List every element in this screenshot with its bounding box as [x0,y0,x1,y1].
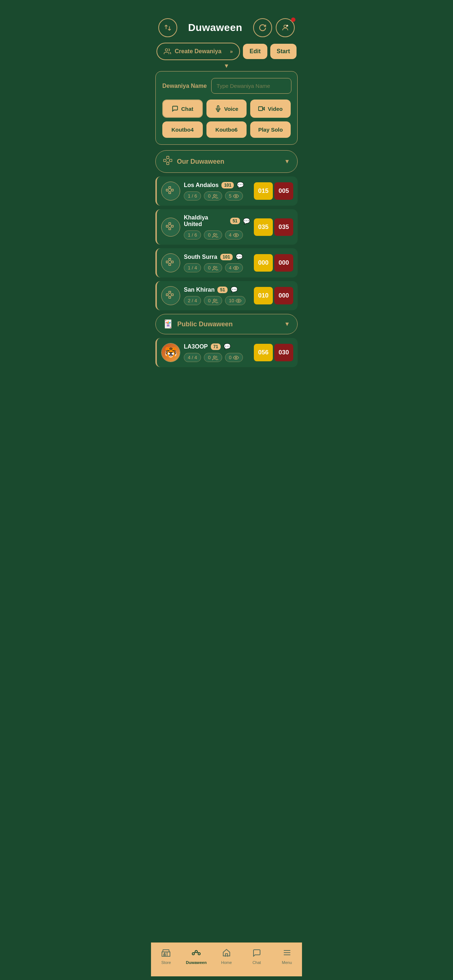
svg-rect-45 [171,294,173,296]
option-koutbo6[interactable]: Koutbo6 [206,121,247,138]
svg-point-2 [165,49,168,51]
option-chat[interactable]: Chat [162,100,203,118]
room-avatar-khaldiya [161,218,180,237]
svg-rect-6 [164,159,166,162]
chat-icon: 💬 [223,343,231,350]
swap-button[interactable] [158,18,177,37]
watchers-stat: 4 [225,231,243,240]
players-stat: 1 / 4 [184,263,201,272]
room-name-row: South Surra 101 💬 [184,253,250,260]
store-icon [161,949,170,959]
nav-duwaween[interactable]: Duwaween [181,947,212,966]
svg-line-59 [194,952,195,953]
svg-point-31 [214,233,215,235]
room-name-row: Khaldiya United 51 💬 [184,215,250,228]
room-stats: 1 / 6 0 5 [184,191,250,200]
svg-rect-16 [169,192,171,194]
chat-nav-icon [252,949,261,959]
spectators-stat: 0 [204,231,222,240]
game-options-grid: Chat Voice Video Koutbo4 Koutbo6 [162,100,291,138]
svg-rect-15 [171,189,173,191]
players-stat: 1 / 6 [184,231,201,240]
start-button[interactable]: Start [270,44,297,59]
header: Duwaween [151,0,302,43]
duwaween-icon [191,949,201,959]
nav-store[interactable]: Store [151,947,181,966]
room-name-row: San Khiran 51 💬 [184,286,250,293]
svg-rect-7 [170,159,172,162]
svg-rect-26 [169,228,171,229]
app-title: Duwaween [188,22,242,33]
svg-rect-34 [166,261,168,263]
watchers-stat: 0 [225,353,243,362]
svg-rect-5 [167,156,169,159]
nav-chat[interactable]: Chat [241,947,272,966]
svg-rect-35 [171,261,173,263]
room-name-row: LA3OOP 71 💬 [184,343,250,350]
watchers-stat: 5 [225,191,243,200]
room-card-south-surra[interactable]: South Surra 101 💬 1 / 4 0 4 [155,248,298,277]
option-koutbo4[interactable]: Koutbo4 [162,121,203,138]
room-name-row: Los Andalos 101 💬 [184,181,250,188]
room-card-la3oop[interactable]: 🐯 LA3OOP 71 💬 4 / 4 0 0 056 [155,338,298,367]
svg-point-42 [235,267,237,269]
chat-icon: 💬 [243,218,250,224]
room-scores: 010 000 [254,287,293,304]
score-red: 005 [274,182,293,200]
room-stats: 4 / 4 0 0 [184,353,250,362]
refresh-button[interactable] [253,18,272,37]
public-duwaween-chevron: ▼ [284,321,290,328]
players-stat: 1 / 6 [184,191,201,200]
room-avatar-san-khiran [161,286,180,305]
svg-point-0 [284,25,286,28]
spectators-stat: 0 [204,191,222,200]
nav-menu[interactable]: Menu [272,947,302,966]
notification-dot [291,18,295,22]
svg-rect-8 [167,162,169,165]
spectators-stat: 0 [204,353,222,362]
name-label: Dewaniya Name [162,83,207,89]
score-yellow: 000 [254,254,273,272]
chat-icon: 💬 [236,253,243,260]
public-duwaween-header[interactable]: 🃏 Public Duwaween ▼ [155,314,298,334]
room-avatar-la3oop: 🐯 [161,343,180,362]
room-stats: 1 / 4 0 4 [184,263,250,272]
public-duwaween-icon: 🃏 [163,320,173,329]
room-card-khaldiya[interactable]: Khaldiya United 51 💬 1 / 6 0 4 [155,209,298,245]
room-info-khaldiya: Khaldiya United 51 💬 1 / 6 0 4 [184,215,250,240]
score-red: 000 [274,254,293,272]
nav-duwaween-label: Duwaween [186,960,207,965]
nav-home[interactable]: Home [212,947,242,966]
collapse-chevron[interactable]: ▼ [151,63,302,69]
edit-button[interactable]: Edit [243,44,267,59]
svg-point-54 [235,357,237,358]
room-card-san-khiran[interactable]: San Khiran 51 💬 2 / 4 0 10 [155,281,298,310]
header-right-icons [253,18,295,37]
spectators-stat: 0 [204,263,222,272]
room-card-los-andalos[interactable]: Los Andalos 101 💬 1 / 6 0 [155,177,298,205]
svg-point-52 [238,300,239,302]
create-form-panel: Dewaniya Name Chat Voice [155,71,298,145]
option-play-solo[interactable]: Play Solo [250,121,291,138]
svg-rect-33 [169,258,171,260]
room-avatar-los-andalos [161,181,180,200]
nav-menu-label: Menu [282,960,292,965]
room-avatar-south-surra [161,253,180,272]
svg-point-21 [214,194,215,196]
chat-icon: 💬 [231,286,238,293]
svg-rect-13 [169,187,171,188]
create-dewaniya-button[interactable]: Create Dewaniya » [156,43,240,60]
our-duwaween-header[interactable]: Our Duwaween ▼ [155,150,298,173]
svg-rect-43 [169,291,171,293]
dewaniya-name-input[interactable] [211,78,292,94]
svg-point-53 [214,356,215,358]
svg-point-22 [235,196,237,197]
our-duwaween-title: Our Duwaween [177,158,280,165]
option-voice[interactable]: Voice [206,100,247,118]
nav-store-label: Store [161,960,171,965]
option-video[interactable]: Video [250,100,291,118]
menu-icon [283,949,292,959]
svg-rect-25 [171,225,173,227]
svg-point-51 [214,299,215,301]
score-yellow: 056 [254,344,273,361]
